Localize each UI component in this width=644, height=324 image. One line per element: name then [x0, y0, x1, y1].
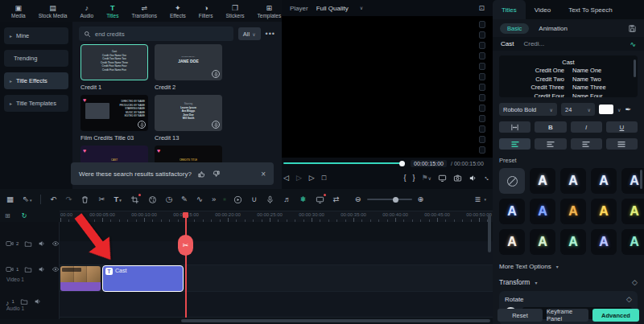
sidebar-item-trending[interactable]: Trending: [4, 50, 68, 67]
keyframe-panel-button[interactable]: Keyframe Panel: [547, 309, 588, 322]
animation-pen-icon[interactable]: ✎: [181, 195, 188, 203]
timeline-vscrollbar[interactable]: [488, 214, 491, 252]
preset-style-14[interactable]: A: [621, 229, 644, 255]
lock-folder-icon[interactable]: [24, 265, 32, 273]
tab-transitions[interactable]: ⇌Transitions: [125, 0, 163, 22]
bold-button[interactable]: B: [535, 121, 566, 133]
save-preset-icon[interactable]: [628, 24, 637, 33]
track-visibility-icon[interactable]: [52, 240, 60, 248]
zoom-in-icon[interactable]: ⊕: [418, 195, 424, 203]
track-lane-audio1[interactable]: [60, 292, 493, 318]
step-forward-button[interactable]: ▷: [296, 174, 302, 182]
play-preview-icon[interactable]: [233, 195, 242, 204]
preset-style-10[interactable]: A: [499, 229, 525, 255]
align-center-button[interactable]: [535, 138, 566, 150]
ai-tool-icon[interactable]: ❄: [300, 195, 307, 203]
more-text-options[interactable]: More Text Options▾: [499, 263, 638, 270]
relink-icon[interactable]: ↻: [22, 212, 27, 219]
template-thumbnail[interactable]: CastCredit One Name OneCredit Two Name T…: [80, 44, 148, 80]
tab-effects[interactable]: ✦Effects: [163, 0, 192, 22]
tab-audio[interactable]: ♪Audio: [74, 0, 101, 22]
mark-out-button[interactable]: }: [413, 174, 415, 182]
crop-icon[interactable]: [130, 195, 139, 204]
delete-icon[interactable]: [80, 195, 89, 204]
auto-ripple-icon[interactable]: ⇄: [333, 195, 340, 203]
play-button[interactable]: ▷: [309, 174, 315, 182]
thumbs-up-icon[interactable]: [197, 170, 206, 178]
tab-titles[interactable]: TTitles: [100, 0, 125, 22]
fit-screen-icon[interactable]: ⊡: [478, 4, 485, 12]
sidebar-item-title-templates[interactable]: ▸Title Templates: [4, 95, 68, 112]
screen-record-icon[interactable]: [316, 195, 324, 204]
redo-icon[interactable]: ↷: [65, 195, 72, 203]
transform-label[interactable]: Transform: [499, 278, 530, 286]
preset-style-3[interactable]: A: [591, 168, 617, 194]
font-color-swatch[interactable]: [599, 105, 613, 114]
mirror-display-icon[interactable]: [438, 174, 447, 183]
preset-style-8[interactable]: A: [591, 199, 617, 224]
align-justify-button[interactable]: [606, 138, 638, 150]
snapshot-icon[interactable]: [453, 174, 462, 183]
clip-tab-credit[interactable]: Credi...: [523, 40, 544, 47]
text-tool-icon[interactable]: T▾: [114, 195, 121, 204]
playhead-split-button[interactable]: ✂: [178, 235, 193, 256]
eyedropper-icon[interactable]: ✒: [625, 105, 631, 113]
template-thumbnail[interactable]: StarringLauren IpsumAva BloggsJane DoeWi…: [155, 95, 222, 131]
split-icon[interactable]: ✂: [98, 195, 105, 203]
volume-icon[interactable]: [469, 174, 477, 183]
voice-preview-icon[interactable]: [212, 121, 220, 129]
voice-preview-icon[interactable]: [212, 70, 220, 78]
preset-style-9[interactable]: A: [621, 199, 644, 224]
text-content-editor[interactable]: Cast Credit OneName OneCredit TwoName Tw…: [499, 55, 638, 97]
speed-icon[interactable]: ◷: [166, 195, 172, 203]
thumbs-down-icon[interactable]: [212, 170, 221, 178]
track-options-icon[interactable]: ≣: [475, 195, 481, 203]
tab-filters[interactable]: ◑Filters: [192, 0, 220, 22]
timeline-ruler[interactable]: 00:0000:00:05:0000:00:10:0000:00:15:0000…: [60, 211, 493, 222]
preset-style-12[interactable]: A: [560, 229, 586, 255]
video-clip[interactable]: [60, 266, 101, 291]
motion-track-icon[interactable]: ∿: [196, 195, 203, 203]
filter-dropdown[interactable]: All∨: [238, 27, 261, 40]
template-thumbnail[interactable]: DIRECTED BY NAMEPRODUCED BY NAMESTARRING…: [80, 95, 148, 131]
font-size-select[interactable]: 24∨: [561, 103, 595, 116]
font-family-select[interactable]: Roboto Bold∨: [499, 103, 557, 116]
preset-style-5[interactable]: A: [499, 199, 525, 224]
preview-viewport[interactable]: [282, 16, 493, 158]
mark-in-button[interactable]: {: [403, 174, 406, 182]
underline-button[interactable]: U: [606, 121, 638, 133]
playhead-handle[interactable]: [183, 212, 188, 218]
rotate-keyframe-icon[interactable]: ◇: [626, 295, 632, 303]
stop-button[interactable]: □: [322, 174, 326, 182]
tab-animation[interactable]: Animation: [539, 25, 568, 32]
favorite-heart-icon[interactable]: ♥: [83, 97, 86, 103]
seek-bar[interactable]: [283, 162, 402, 164]
tab-stock-media[interactable]: ▤Stock Media: [32, 0, 74, 22]
reset-button[interactable]: Reset: [497, 309, 543, 322]
favorite-heart-icon[interactable]: ♥: [157, 148, 160, 154]
playhead-line[interactable]: [185, 212, 187, 318]
tab-stickers[interactable]: ❐Stickers: [219, 0, 250, 22]
media-library-icon[interactable]: ▦: [6, 195, 14, 203]
search-input[interactable]: end credits: [79, 27, 233, 41]
track-mute-icon[interactable]: [38, 240, 46, 248]
sidebar-item-title-effects[interactable]: ▸Title Effects: [4, 72, 68, 89]
align-left-button[interactable]: [499, 138, 530, 150]
title-clip-cast[interactable]: T Cast: [102, 265, 184, 292]
step-back-button[interactable]: ◁: [283, 174, 289, 182]
quality-dropdown[interactable]: Full Quality∨: [316, 5, 363, 12]
tab-basic[interactable]: Basic: [500, 23, 529, 34]
voiceover-mic-icon[interactable]: [266, 195, 275, 204]
transform-keyframe-icon[interactable]: ◇: [632, 278, 638, 286]
handwriting-icon[interactable]: ∿: [630, 40, 636, 48]
track-options[interactable]: ≣▾: [475, 195, 486, 203]
template-thumbnail[interactable]: DIRECTED BYJANE DOE: [155, 44, 222, 80]
zoom-out-icon[interactable]: ⊖: [355, 195, 361, 203]
track-mute-icon[interactable]: [38, 265, 46, 273]
inspector-tab-video[interactable]: Video: [526, 0, 559, 19]
preset-style-11[interactable]: A: [530, 229, 555, 255]
inspector-tab-titles[interactable]: Titles: [493, 0, 526, 19]
lock-folder-icon[interactable]: [20, 297, 28, 306]
favorite-heart-icon[interactable]: ♥: [83, 148, 86, 154]
zoom-slider-handle[interactable]: [393, 197, 398, 203]
